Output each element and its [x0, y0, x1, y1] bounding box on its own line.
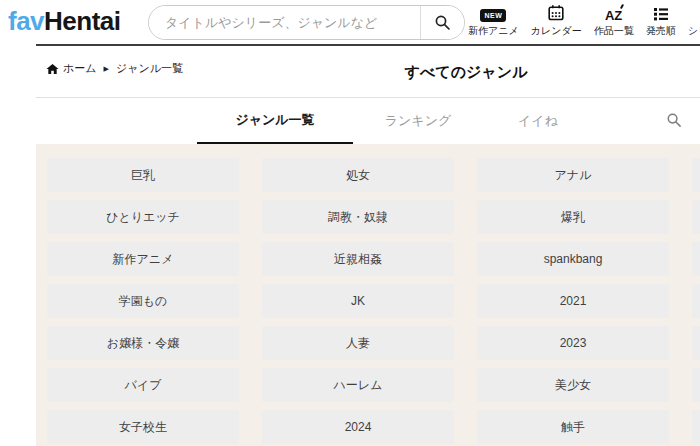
genre-grid: 巨乳処女アナルひとりエッチ調教・奴隷爆乳新作アニメ近親相姦spankbang学園…: [47, 158, 700, 444]
genre-button[interactable]: アナル: [477, 158, 669, 192]
search-bar: [148, 5, 465, 40]
genre-button-clipped[interactable]: [692, 326, 700, 360]
genre-button[interactable]: 2024: [262, 410, 454, 444]
tab-3[interactable]: イイね: [483, 98, 593, 144]
genre-button[interactable]: ひとりエッチ: [47, 200, 239, 234]
tab-2[interactable]: ランキング: [353, 98, 483, 144]
tab-bar: ジャンル一覧ランキングイイね: [36, 98, 700, 144]
site-logo[interactable]: favHentai: [8, 6, 121, 37]
genre-button-clipped[interactable]: [692, 410, 700, 444]
genre-button[interactable]: 処女: [262, 158, 454, 192]
genre-button[interactable]: 爆乳: [477, 200, 669, 234]
list-icon: [652, 4, 670, 22]
nav-item-2[interactable]: カレンダー: [531, 4, 582, 38]
top-navigation: NEW新作アニメカレンダーAZ作品一覧発売順シリーズ: [468, 4, 700, 38]
genre-button-clipped[interactable]: [692, 158, 700, 192]
genre-list-section: 巨乳処女アナルひとりエッチ調教・奴隷爆乳新作アニメ近親相姦spankbang学園…: [36, 144, 700, 446]
calendar-icon: [547, 4, 565, 22]
genre-button[interactable]: バイブ: [47, 368, 239, 402]
genre-button[interactable]: 新作アニメ: [47, 242, 239, 276]
breadcrumb-separator-icon: ▶: [104, 65, 109, 73]
search-button[interactable]: [420, 6, 464, 39]
genre-button[interactable]: 近親相姦: [262, 242, 454, 276]
genre-button[interactable]: 人妻: [262, 326, 454, 360]
tabs: ジャンル一覧ランキングイイね: [197, 98, 593, 144]
genre-button[interactable]: spankbang: [477, 242, 669, 276]
nav-item-label: シリーズ: [688, 24, 700, 38]
nav-item-3[interactable]: AZ作品一覧: [594, 4, 634, 38]
genre-button[interactable]: ハーレム: [262, 368, 454, 402]
header: favHentai NEW新作アニメカレンダーAZ作品一覧発売順シリーズ: [0, 0, 700, 44]
nav-item-label: 作品一覧: [594, 24, 634, 38]
genre-button[interactable]: 巨乳: [47, 158, 239, 192]
nav-item-label: 発売順: [646, 24, 676, 38]
genre-button[interactable]: 調教・奴隷: [262, 200, 454, 234]
nav-item-5[interactable]: シリーズ: [688, 4, 700, 38]
logo-fav: fav: [8, 6, 44, 36]
genre-button[interactable]: お嬢様・令嬢: [47, 326, 239, 360]
genre-button[interactable]: 女子校生: [47, 410, 239, 444]
logo-rest: Hentai: [44, 6, 120, 36]
genre-button-clipped[interactable]: [692, 200, 700, 234]
breadcrumb-home-link[interactable]: ホーム: [46, 61, 97, 76]
genre-button-clipped[interactable]: [692, 242, 700, 276]
nav-item-1[interactable]: NEW新作アニメ: [468, 4, 519, 38]
breadcrumb-current: ジャンル一覧: [116, 61, 183, 76]
home-icon: [46, 63, 59, 75]
genre-button-clipped[interactable]: [692, 284, 700, 318]
tab-search-icon[interactable]: [666, 112, 682, 128]
search-icon: [434, 14, 451, 31]
nav-item-4[interactable]: 発売順: [646, 4, 676, 38]
az-sort-icon: AZ: [605, 4, 622, 22]
page-container: ホーム ▶ ジャンル一覧 すべてのジャンル ジャンル一覧ランキングイイね 巨乳処…: [36, 44, 700, 446]
breadcrumb-title-row: ホーム ▶ ジャンル一覧 すべてのジャンル: [36, 46, 700, 98]
genre-button-clipped[interactable]: [692, 368, 700, 402]
genre-button[interactable]: 学園もの: [47, 284, 239, 318]
breadcrumb-home-label: ホーム: [63, 61, 97, 76]
tab-1[interactable]: ジャンル一覧: [197, 98, 353, 144]
genre-button[interactable]: 2023: [477, 326, 669, 360]
genre-button[interactable]: 2021: [477, 284, 669, 318]
nav-item-label: カレンダー: [531, 24, 582, 38]
search-input[interactable]: [149, 6, 420, 39]
new-badge-icon: NEW: [480, 4, 506, 22]
breadcrumb: ホーム ▶ ジャンル一覧: [46, 61, 183, 76]
genre-button[interactable]: 触手: [477, 410, 669, 444]
genre-button[interactable]: 美少女: [477, 368, 669, 402]
nav-item-label: 新作アニメ: [468, 24, 519, 38]
genre-button[interactable]: JK: [262, 284, 454, 318]
